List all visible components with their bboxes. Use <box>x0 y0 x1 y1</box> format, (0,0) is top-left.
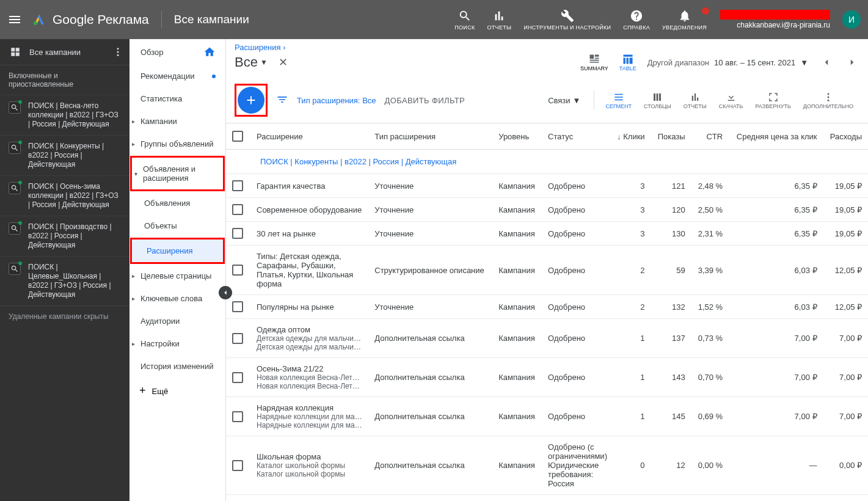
table-row[interactable]: Гарантия качестваУточнениеКампанияОдобре… <box>226 174 868 198</box>
campaign-tree-item[interactable]: ПОИСК | Весна-лето коллекции | в2022 | Г… <box>0 95 129 135</box>
row-checkbox[interactable] <box>232 372 243 383</box>
cell-extension: Школьная формаКаталог школьной формыКата… <box>250 436 368 495</box>
segment-button[interactable]: СЕГМЕНТ <box>599 91 638 109</box>
nav-history[interactable]: История изменений <box>129 355 225 378</box>
row-checkbox[interactable] <box>232 204 243 215</box>
campaign-tree-sidebar: Все кампании Включенные и приостановленн… <box>0 39 129 501</box>
cell-cost: 19,05 ₽ <box>823 198 868 222</box>
nav-more[interactable]: +Ещё <box>129 378 225 404</box>
col-cost[interactable]: Расходы <box>823 123 868 150</box>
tools-button[interactable]: ИНСТРУМЕНТЫ И НАСТРОЙКИ <box>517 9 617 31</box>
campaign-tree-item[interactable]: ПОИСК | Производство | в2022 | Россия | … <box>0 216 129 256</box>
cell-extension: Популярны на рынке <box>250 295 368 319</box>
campaign-tree-item[interactable]: ПОИСК | Осень-зима коллекции | в2022 | Г… <box>0 175 129 216</box>
nav-audiences[interactable]: Аудитории <box>129 310 225 332</box>
breadcrumb[interactable]: Расширения › <box>226 39 868 53</box>
cell-status: Одобрено <box>542 246 610 295</box>
nav-landing-pages[interactable]: Целевые страницы <box>129 265 225 287</box>
nav-statistics[interactable]: Статистика <box>129 87 225 110</box>
row-checkbox[interactable] <box>232 411 243 422</box>
nav-overview[interactable]: Обзор <box>129 39 225 65</box>
help-button[interactable]: СПРАВКА <box>617 9 656 31</box>
select-all-checkbox[interactable] <box>232 131 243 142</box>
row-checkbox[interactable] <box>232 333 243 344</box>
nav-keywords[interactable]: Ключевые слова <box>129 287 225 310</box>
reports-button[interactable]: ОТЧЕТЫ <box>481 9 517 31</box>
date-range-picker[interactable]: Другой диапазон 10 авг. – 15 сент. 2021 … <box>647 58 808 67</box>
close-icon[interactable]: ✕ <box>279 56 288 69</box>
col-cpc[interactable]: Средняя цена за клик <box>729 123 823 150</box>
nav-sidebar: Обзор Рекомендации Статистика Кампании Г… <box>129 39 226 501</box>
campaign-tree-item[interactable]: ПОИСК | Целевые_Школьная | в2022 | ГЗ+ОЗ… <box>0 256 129 305</box>
cell-cost: 12,05 ₽ <box>823 295 868 319</box>
campaign-tree-item[interactable]: ПОИСК | Конкуренты | в2022 | Россия | Де… <box>0 135 129 175</box>
columns-button[interactable]: СТОЛБЦЫ <box>638 91 677 109</box>
add-filter-button[interactable]: ДОБАВИТЬ ФИЛЬТР <box>385 96 465 105</box>
sidebar-all-campaigns[interactable]: Все кампании <box>0 39 129 65</box>
cell-clicks: 1 <box>610 397 651 436</box>
reports-button-tb[interactable]: ОТЧЕТЫ <box>677 91 713 109</box>
account-info[interactable]: chakkanbaev.i@ra-pirania.ru <box>720 10 830 29</box>
col-type[interactable]: Тип расширения <box>368 123 492 150</box>
col-ctr[interactable]: CTR <box>691 123 729 150</box>
table-row[interactable]: Школьная формаКаталог школьной формыКата… <box>226 436 868 495</box>
cell-status: Одобрено (с ограничениями) Юридические т… <box>542 436 610 495</box>
cell-cpc: 6,35 ₽ <box>729 174 823 198</box>
col-level[interactable]: Уровень <box>492 123 542 150</box>
view-summary[interactable]: SUMMARY <box>580 53 608 71</box>
nav-extensions[interactable]: Расширения <box>132 240 223 262</box>
next-period-button[interactable] <box>845 55 859 70</box>
nav-settings[interactable]: Настройки <box>129 332 225 355</box>
logo[interactable]: Google Реклама <box>32 12 149 27</box>
nav-ads-extensions[interactable]: Объявления и расширения <box>132 158 223 189</box>
cell-level: Кампания <box>492 397 542 436</box>
cell-level: Кампания <box>492 436 542 495</box>
table-row[interactable]: Осень-Зима 21/22Новая коллекция Весна-Ле… <box>226 358 868 397</box>
nav-ads[interactable]: Объявления <box>129 192 225 214</box>
col-extension[interactable]: Расширение <box>250 123 368 150</box>
download-button[interactable]: СКАЧАТЬ <box>713 91 749 109</box>
collapse-sidebar-button[interactable] <box>219 286 232 299</box>
group-header[interactable]: ПОИСК | Конкуренты | в2022 | Россия | Де… <box>226 150 868 174</box>
svg-point-2 <box>117 51 119 53</box>
associations-dropdown[interactable]: Связи▼ <box>539 96 589 105</box>
cell-level: Кампания <box>492 358 542 397</box>
nav-recommendations[interactable]: Рекомендации <box>129 65 225 87</box>
col-status[interactable]: Статус <box>542 123 610 150</box>
table-row[interactable]: Одежда оптомДетская одежды для мальчи…Де… <box>226 319 868 358</box>
row-checkbox[interactable] <box>232 228 243 239</box>
highlight-ads-extensions: Объявления и расширения <box>130 156 225 191</box>
expand-button[interactable]: РАЗВЕРНУТЬ <box>749 91 797 109</box>
row-checkbox[interactable] <box>232 460 243 471</box>
cell-cost: 12,05 ₽ <box>823 246 868 295</box>
view-table[interactable]: TABLE <box>619 53 636 71</box>
table-row[interactable]: Нарядная коллекцияНарядные коллекции для… <box>226 397 868 436</box>
prev-period-button[interactable] <box>819 55 834 70</box>
search-button[interactable]: ПОИСК <box>448 9 481 31</box>
hamburger-icon[interactable] <box>7 12 22 27</box>
more-icon[interactable] <box>112 46 123 57</box>
table-row[interactable]: Современное оборудованиеУточнениеКампани… <box>226 198 868 222</box>
table-row[interactable]: Типы: Детская одежда, Сарафаны, Рубашки,… <box>226 246 868 295</box>
scope-selector[interactable]: Все▼ <box>235 54 268 70</box>
notifications-button[interactable]: УВЕДОМЛЕНИЯ <box>656 9 713 31</box>
more-button[interactable]: ДОПОЛНИТЕЛЬНО <box>797 91 859 109</box>
row-checkbox[interactable] <box>232 301 243 312</box>
table-row[interactable]: Популярны на рынкеУточнениеКампанияОдобр… <box>226 295 868 319</box>
filter-chip[interactable]: Тип расширения: Все <box>297 96 376 105</box>
avatar[interactable]: И <box>842 10 861 29</box>
add-extension-button[interactable] <box>238 87 264 114</box>
group-header[interactable]: ПОИСК | Весна-лето коллекции | в2022 | Г… <box>226 495 868 502</box>
col-impressions[interactable]: Показы <box>651 123 691 150</box>
nav-adgroups[interactable]: Группы объявлений <box>129 133 225 155</box>
table-row[interactable]: 30 лет на рынкеУточнениеКампанияОдобрено… <box>226 222 868 246</box>
sidebar-footer-note: Удаленные кампании скрыты <box>0 305 129 327</box>
col-clicks[interactable]: ↓ Клики <box>610 123 651 150</box>
row-checkbox[interactable] <box>232 265 243 276</box>
svg-point-0 <box>34 21 37 25</box>
row-checkbox[interactable] <box>232 180 243 191</box>
filter-icon[interactable] <box>276 93 288 108</box>
cell-ctr: 1,52 % <box>691 295 729 319</box>
nav-objects[interactable]: Объекты <box>129 214 225 237</box>
nav-campaigns[interactable]: Кампании <box>129 110 225 133</box>
